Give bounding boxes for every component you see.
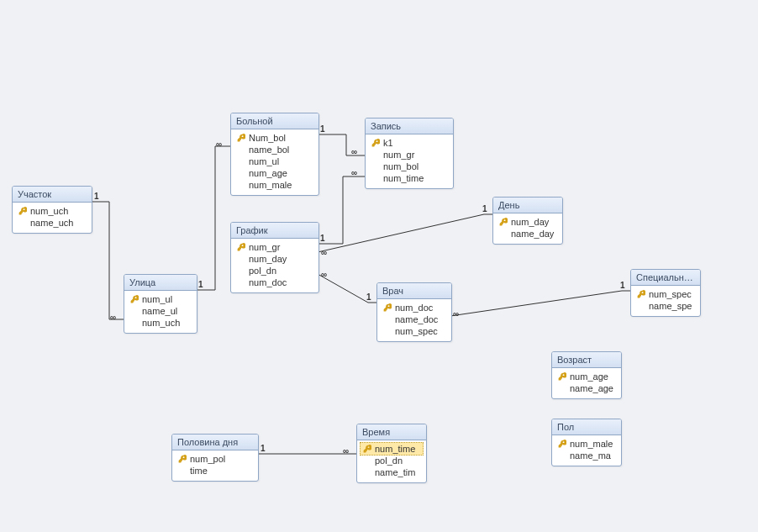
entity-vozrast[interactable]: Возрастnum_agename_age <box>551 351 622 399</box>
entity-header[interactable]: Возраст <box>552 352 621 368</box>
field-row[interactable]: num_gr <box>234 241 315 253</box>
entity-zapis[interactable]: Записьk1num_grnum_bolnum_time <box>365 118 454 189</box>
field-name: name_day <box>511 229 554 239</box>
entity-body: num_ulname_ulnum_uch <box>124 291 197 333</box>
field-name: name_ma <box>570 450 611 461</box>
field-row[interactable]: num_male <box>234 179 315 191</box>
field-name: num_male <box>570 439 613 449</box>
primary-key-icon <box>498 218 508 226</box>
entity-bolnoi[interactable]: БольнойNum_bolname_bolnum_ulnum_agenum_m… <box>230 113 319 196</box>
conn-label-one: 1 <box>620 281 625 290</box>
field-name: num_gr <box>383 150 414 160</box>
field-row[interactable]: name_doc <box>381 313 448 325</box>
field-name: num_doc <box>249 277 287 287</box>
primary-key-icon <box>557 440 567 448</box>
field-row[interactable]: name_ul <box>128 305 193 317</box>
entity-grafik[interactable]: Графикnum_grnum_daypol_dnnum_doc <box>230 222 319 293</box>
primary-key-icon <box>382 303 392 312</box>
entity-special[interactable]: Специальн…num_specname_spe <box>630 269 701 317</box>
conn-label-many: ∞ <box>216 140 221 149</box>
field-row[interactable]: num_bol <box>369 161 450 172</box>
entity-header[interactable]: День <box>493 198 562 213</box>
field-row[interactable]: num_age <box>555 371 618 382</box>
field-row[interactable]: num_uch <box>128 317 193 329</box>
field-name: num_bol <box>383 161 418 171</box>
entity-header[interactable]: Улица <box>124 275 197 291</box>
field-name: num_time <box>383 173 424 183</box>
field-row[interactable]: time <box>176 465 255 477</box>
primary-key-icon <box>371 139 381 147</box>
field-row[interactable]: num_ul <box>128 293 193 305</box>
field-name: num_uch <box>142 318 180 328</box>
field-name: name_ul <box>142 306 177 316</box>
field-row[interactable]: name_spe <box>634 300 697 312</box>
field-row[interactable]: name_bol <box>234 144 315 155</box>
conn-label-many: ∞ <box>343 446 348 456</box>
entity-header[interactable]: Время <box>357 424 426 440</box>
field-row[interactable]: num_time <box>369 172 450 184</box>
field-row[interactable]: num_gr <box>369 149 450 161</box>
field-row[interactable]: name_age <box>555 382 618 394</box>
field-name: num_day <box>249 254 287 264</box>
entity-header[interactable]: Пол <box>552 419 621 435</box>
field-row[interactable]: num_spec <box>381 325 448 337</box>
field-row[interactable]: num_male <box>555 438 618 450</box>
field-row[interactable]: name_ma <box>555 450 618 461</box>
field-name: num_uch <box>30 206 68 216</box>
field-name: num_spec <box>649 289 692 299</box>
entity-body: k1num_grnum_bolnum_time <box>366 134 453 188</box>
entity-pol[interactable]: Полnum_malename_ma <box>551 419 622 466</box>
entity-header[interactable]: Половина дня <box>172 435 258 450</box>
entity-header[interactable]: Врач <box>377 283 451 299</box>
field-name: pol_dn <box>375 456 403 466</box>
field-name: num_day <box>511 217 549 227</box>
conn-label-many: ∞ <box>321 270 326 279</box>
conn-label-one: 1 <box>366 292 371 302</box>
field-name: k1 <box>383 138 393 148</box>
field-row[interactable]: pol_dn <box>361 455 423 466</box>
primary-key-icon <box>557 372 567 381</box>
entity-header[interactable]: График <box>231 223 318 239</box>
field-row[interactable]: name_day <box>497 228 559 240</box>
entity-polovina[interactable]: Половина дняnum_poltime <box>171 434 259 482</box>
entity-body: num_grnum_daypol_dnnum_doc <box>231 239 318 292</box>
conn-label-one: 1 <box>320 124 325 134</box>
field-row[interactable]: name_uch <box>16 217 88 229</box>
entity-uchastok[interactable]: Участокnum_uchname_uch <box>12 186 92 234</box>
field-name: time <box>190 466 208 476</box>
entity-header[interactable]: Больной <box>231 113 318 129</box>
field-row[interactable]: num_day <box>234 253 315 265</box>
entity-header[interactable]: Запись <box>366 119 453 134</box>
field-row[interactable]: num_uch <box>16 205 88 217</box>
field-row[interactable]: num_spec <box>634 288 697 300</box>
field-row[interactable]: num_ul <box>234 155 315 167</box>
field-row[interactable]: num_time <box>360 442 424 456</box>
conn-label-many: ∞ <box>110 313 115 322</box>
field-name: num_spec <box>395 326 438 336</box>
field-row[interactable]: num_doc <box>381 302 448 313</box>
field-name: name_age <box>570 383 613 393</box>
entity-body: num_poltime <box>172 450 258 481</box>
field-row[interactable]: pol_dn <box>234 265 315 277</box>
field-row[interactable]: num_pol <box>176 453 255 465</box>
entity-den[interactable]: Деньnum_dayname_day <box>492 197 563 245</box>
field-name: Num_bol <box>249 133 286 143</box>
entity-header[interactable]: Участок <box>13 187 92 203</box>
entity-body: num_malename_ma <box>552 435 621 466</box>
field-row[interactable]: num_doc <box>234 277 315 288</box>
field-row[interactable]: name_tim <box>361 466 423 478</box>
entity-vremya[interactable]: Времяnum_timepol_dnname_tim <box>356 424 427 483</box>
entity-vrach[interactable]: Врачnum_docname_docnum_spec <box>376 282 452 342</box>
field-row[interactable]: k1 <box>369 137 450 149</box>
field-row[interactable]: num_day <box>497 216 559 228</box>
field-row[interactable]: Num_bol <box>234 132 315 144</box>
field-name: name_uch <box>30 218 73 228</box>
entity-ulica[interactable]: Улицаnum_ulname_ulnum_uch <box>124 274 197 334</box>
field-row[interactable]: num_age <box>234 167 315 179</box>
field-name: name_spe <box>649 301 692 311</box>
field-name: num_age <box>249 168 287 178</box>
primary-key-icon <box>236 243 246 251</box>
entity-body: num_dayname_day <box>493 213 562 244</box>
field-name: num_doc <box>395 303 433 313</box>
entity-header[interactable]: Специальн… <box>631 270 700 286</box>
